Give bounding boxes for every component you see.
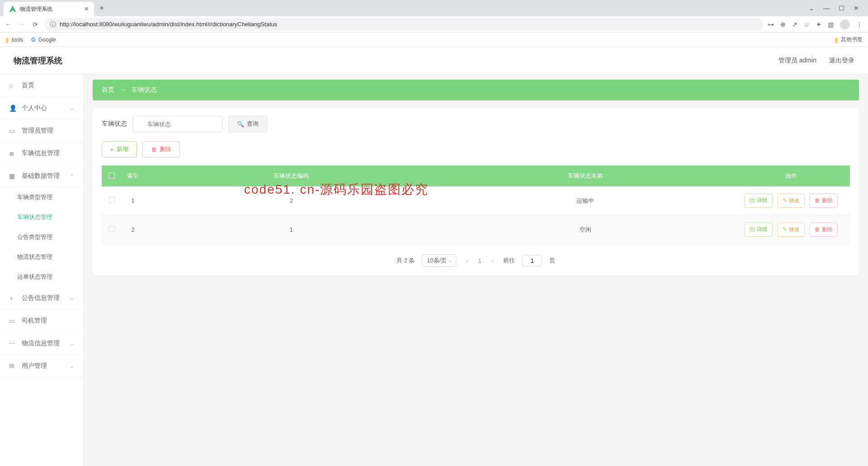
- content-panel: 车辆状态 🔍 🔍 查询 + 新增 🗑 删除: [93, 108, 859, 275]
- search-icon: 🔍: [237, 121, 244, 128]
- app-header: 物流管理系统 管理员 admin 退出登录: [0, 47, 868, 74]
- tab-close-icon[interactable]: ×: [85, 5, 89, 13]
- url-field[interactable]: ⓘ http://localhost:8080/wuliuguanliwu/ad…: [44, 18, 763, 31]
- browser-tab[interactable]: 物流管理系统 ×: [4, 2, 94, 16]
- search-input[interactable]: [132, 116, 223, 132]
- row-delete-button[interactable]: 🗑 删除: [810, 194, 837, 208]
- next-page[interactable]: ›: [489, 257, 496, 264]
- app-title: 物流管理系统: [14, 55, 62, 66]
- home-icon: ⌂: [9, 82, 16, 89]
- edit-button[interactable]: ✎ 修改: [778, 223, 804, 237]
- sidebar-item-user-mgmt[interactable]: ✉ 用户管理 ⌄: [0, 355, 83, 377]
- tab-bar: 物流管理系统 × + ⌄ — ☐ ✕: [0, 0, 868, 16]
- page-number[interactable]: 1: [478, 257, 481, 264]
- panel-icon[interactable]: ▥: [828, 21, 834, 28]
- breadcrumb-separator: →: [120, 86, 126, 94]
- menu-icon[interactable]: ⋮: [856, 21, 863, 28]
- chevron-down-icon: ⌄: [70, 295, 74, 301]
- browser-toolbar-icons: ⊶ ⊕ ↗ ☆ ✦ ▥ ⋮: [768, 19, 864, 29]
- pagination: 共 2 条 10条/页 ⌄ ‹ 1 › 前往 页: [102, 254, 850, 267]
- address-bar: ← → ⟳ ⓘ http://localhost:8080/wuliuguanl…: [0, 16, 868, 33]
- row-checkbox[interactable]: [108, 197, 115, 203]
- main-content: 首页 → 车辆状态 车辆状态 🔍 🔍 查询 + 新增: [84, 74, 868, 466]
- trash-icon: 🗑: [151, 146, 157, 153]
- data-table: 索引 车辆状态编码 车辆状态名称 操作 1 2 运输中 ▤ 详情 ✎ 修改 🗑 …: [102, 166, 850, 244]
- sidebar-item-vehicle-info[interactable]: ≣ 车辆信息管理: [0, 142, 83, 165]
- list-icon: ≣: [9, 150, 16, 157]
- vue-favicon: [9, 5, 16, 13]
- detail-button[interactable]: ▤ 详情: [745, 223, 772, 237]
- col-ops: 操作: [732, 166, 850, 186]
- cell-ops: ▤ 详情 ✎ 修改 🗑 删除: [732, 215, 850, 244]
- envelope-icon: ✉: [9, 362, 16, 370]
- search-label: 车辆状态: [102, 120, 127, 128]
- submenu-vehicle-type[interactable]: 车辆类型管理: [0, 187, 83, 207]
- forward-button[interactable]: →: [17, 21, 26, 28]
- bookmark-other[interactable]: ▮ 其他书签: [835, 36, 863, 43]
- sidebar: ⌂ 首页 👤 个人中心 ⌄ ▭ 管理员管理 ≣ 车辆信息管理 ▦ 基础数据管理 …: [0, 74, 84, 466]
- chevron-down-icon: ⌄: [448, 257, 453, 263]
- col-code: 车辆状态编码: [144, 166, 439, 186]
- submenu-waybill-status[interactable]: 运单状态管理: [0, 267, 83, 287]
- cell-name: 运输中: [439, 186, 733, 215]
- sidebar-item-notice-mgmt[interactable]: ♀ 公告信息管理 ⌄: [0, 287, 83, 309]
- goto-input[interactable]: [522, 255, 542, 266]
- submenu-vehicle-status[interactable]: 车辆状态管理: [0, 207, 83, 227]
- close-window-icon[interactable]: ✕: [854, 5, 859, 12]
- sidebar-item-home[interactable]: ⌂ 首页: [0, 74, 83, 97]
- window-controls: ⌄ — ☐ ✕: [809, 5, 864, 12]
- dropdown-icon[interactable]: ⌄: [809, 5, 814, 12]
- page-size-select[interactable]: 10条/页 ⌄: [422, 254, 456, 267]
- select-all-checkbox[interactable]: [108, 172, 115, 179]
- url-text: http://localhost:8080/wuliuguanliwu/admi…: [60, 21, 758, 28]
- sidebar-item-base-data[interactable]: ▦ 基础数据管理 ⌃: [0, 165, 83, 187]
- google-icon: G: [31, 37, 35, 43]
- chevron-down-icon: ⌄: [70, 363, 74, 369]
- cell-code: 1: [144, 215, 439, 244]
- profile-avatar[interactable]: [840, 19, 850, 29]
- cell-ops: ▤ 详情 ✎ 修改 🗑 删除: [732, 186, 850, 215]
- new-tab-button[interactable]: +: [99, 4, 104, 13]
- cell-index: 2: [122, 215, 144, 244]
- back-button[interactable]: ←: [4, 21, 13, 28]
- bookmarks-bar: ▮ tools G Google ▮ 其他书签: [0, 33, 868, 47]
- edit-button[interactable]: ✎ 修改: [778, 194, 804, 208]
- info-icon: ⓘ: [50, 20, 56, 29]
- query-button[interactable]: 🔍 查询: [228, 116, 267, 132]
- zoom-icon[interactable]: ⊕: [780, 21, 786, 28]
- cell-code: 2: [144, 186, 439, 215]
- row-checkbox[interactable]: [108, 226, 115, 232]
- password-icon[interactable]: ⊶: [768, 21, 774, 28]
- bookmark-tools[interactable]: ▮ tools: [5, 36, 23, 43]
- delete-button[interactable]: 🗑 删除: [142, 141, 180, 157]
- logout-link[interactable]: 退出登录: [829, 57, 854, 65]
- submenu-logistics-status[interactable]: 物流状态管理: [0, 247, 83, 267]
- maximize-icon[interactable]: ☐: [839, 5, 844, 12]
- bookmark-star-icon[interactable]: ☆: [804, 21, 810, 28]
- user-label[interactable]: 管理员 admin: [778, 57, 816, 65]
- sidebar-item-admin-mgmt[interactable]: ▭ 管理员管理: [0, 119, 83, 142]
- chat-icon: ⋯: [9, 340, 16, 347]
- breadcrumb-home[interactable]: 首页: [102, 86, 114, 94]
- col-name: 车辆状态名称: [439, 166, 733, 186]
- prev-page[interactable]: ‹: [463, 257, 471, 264]
- reload-button[interactable]: ⟳: [31, 21, 40, 28]
- sidebar-item-personal[interactable]: 👤 个人中心 ⌄: [0, 97, 83, 119]
- row-delete-button[interactable]: 🗑 删除: [810, 223, 837, 237]
- table-row: 2 1 空闲 ▤ 详情 ✎ 修改 🗑 删除: [102, 215, 850, 244]
- browser-chrome: 物流管理系统 × + ⌄ — ☐ ✕ ← → ⟳ ⓘ http://localh…: [0, 0, 868, 47]
- sidebar-item-driver-mgmt[interactable]: ▭ 司机管理: [0, 309, 83, 332]
- submenu-notice-type[interactable]: 公告类型管理: [0, 227, 83, 247]
- desktop-icon: ▭: [9, 127, 16, 134]
- action-buttons: + 新增 🗑 删除: [102, 141, 850, 157]
- extensions-icon[interactable]: ✦: [816, 21, 821, 28]
- bookmark-google[interactable]: G Google: [31, 37, 56, 43]
- minimize-icon[interactable]: —: [823, 5, 830, 12]
- folder-icon: ▮: [5, 36, 9, 43]
- detail-button[interactable]: ▤ 详情: [745, 194, 772, 208]
- breadcrumb-current: 车辆状态: [132, 86, 157, 94]
- add-button[interactable]: + 新增: [102, 141, 137, 157]
- goto-prefix: 前往: [503, 257, 515, 265]
- share-icon[interactable]: ↗: [792, 21, 797, 28]
- sidebar-item-logistics-mgmt[interactable]: ⋯ 物流信息管理 ⌄: [0, 332, 83, 355]
